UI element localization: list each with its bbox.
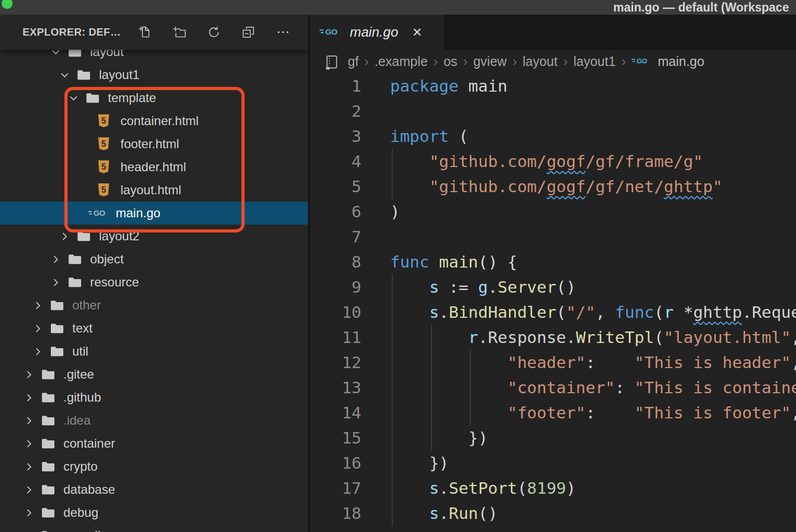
chevron-down-icon[interactable] (68, 92, 86, 104)
tab-bar: GO main.go ✕ (310, 15, 796, 50)
chevron-right-icon[interactable] (50, 253, 68, 265)
tree-item-layout2[interactable]: layout2 (0, 225, 308, 248)
traffic-light-green-button[interactable] (2, 0, 13, 9)
window-titlebar: main.go — default (Workspace (0, 0, 796, 15)
tab-main-go[interactable]: GO main.go ✕ (310, 15, 444, 50)
collapse-folders-button[interactable] (240, 24, 257, 41)
tree-item-label: layout2 (99, 229, 139, 243)
tree-item-layout1[interactable]: layout1 (0, 63, 308, 86)
chevron-right-icon[interactable] (32, 345, 50, 358)
tree-item-main.go[interactable]: GOmain.go (0, 202, 308, 225)
code-line: 17 s.SetPort(8199) (310, 475, 796, 501)
tree-item-object[interactable]: object (0, 248, 308, 271)
tree-item-label: encoding (63, 528, 114, 532)
code-text: "github.com/gogf/gf/frame/g" (390, 149, 703, 174)
breadcrumb-item-gf[interactable]: gf (348, 54, 359, 69)
chevron-right-icon[interactable] (50, 276, 68, 289)
folder-icon (41, 392, 55, 403)
chevron-down-icon[interactable] (59, 69, 77, 81)
code-area[interactable]: 1package main23import (4 "github.com/gog… (310, 73, 796, 532)
line-number: 13 (310, 375, 361, 400)
breadcrumb-separator: › (622, 54, 626, 69)
tree-item-label: footer.html (120, 137, 179, 151)
code-line: 16 }) (310, 450, 796, 475)
folder-icon (86, 93, 100, 104)
tree-item-.gitee[interactable]: .gitee (0, 363, 308, 386)
tree-item-label: main.go (116, 206, 160, 220)
breadcrumb-item-.example[interactable]: .example (374, 54, 427, 69)
tree-item-container.html[interactable]: 5container.html (0, 109, 308, 132)
tree-item-label: template (108, 91, 156, 105)
tree-item-layout.html[interactable]: 5layout.html (0, 179, 308, 202)
breadcrumb-item-main.go[interactable]: main.go (658, 54, 704, 69)
breadcrumb-separator: › (513, 54, 517, 69)
editor-group: GO main.go ✕ gf›.example›os›gview›layout… (308, 15, 796, 532)
tree-item-resource[interactable]: resource (0, 271, 308, 294)
code-line: 7 (310, 224, 796, 249)
line-number: 4 (310, 149, 361, 174)
refresh-explorer-button[interactable] (206, 24, 223, 41)
tree-item-label: text (72, 321, 93, 336)
tab-close-icon[interactable]: ✕ (412, 25, 423, 40)
tree-item-text[interactable]: text (0, 317, 308, 340)
new-file-button[interactable] (137, 24, 153, 41)
tree-item-.github[interactable]: .github (0, 386, 308, 409)
folder-icon (41, 530, 55, 532)
tree-item-debug[interactable]: debug (0, 501, 308, 524)
chevron-right-icon[interactable] (24, 483, 41, 496)
line-number: 6 (310, 199, 361, 224)
breadcrumb-item-gview[interactable]: gview (473, 54, 507, 69)
chevron-right-icon[interactable] (24, 414, 41, 427)
new-file-icon (138, 25, 152, 39)
chevron-right-icon[interactable] (24, 368, 41, 381)
more-actions-button[interactable] (275, 24, 292, 41)
line-number: 19 (310, 526, 361, 532)
code-line: 2 (310, 98, 796, 124)
chevron-right-icon[interactable] (32, 322, 50, 335)
refresh-icon (207, 25, 221, 39)
go-file-icon: GO (88, 207, 111, 218)
tree-item-header.html[interactable]: 5header.html (0, 156, 308, 179)
code-line: 10 s.BindHandler("/", func(r *ghttp.Requ… (310, 300, 796, 325)
tree-item-crypto[interactable]: crypto (0, 455, 308, 478)
tree-item-label: resource (90, 275, 139, 290)
line-number: 10 (310, 300, 361, 325)
chevron-right-icon[interactable] (24, 506, 41, 519)
html5-file-icon: 5 (97, 137, 110, 151)
breadcrumb-item-os[interactable]: os (444, 54, 457, 69)
tree-item-database[interactable]: database (0, 478, 308, 501)
line-number: 17 (310, 475, 361, 501)
line-number: 12 (310, 350, 361, 375)
tree-item-other[interactable]: other (0, 294, 308, 317)
go-file-icon: GO (319, 26, 344, 39)
chevron-right-icon[interactable] (59, 230, 77, 242)
folder-icon (41, 438, 55, 449)
new-folder-icon (172, 25, 186, 39)
tree-item-util[interactable]: util (0, 340, 308, 363)
tree-item-.idea[interactable]: .idea (0, 409, 308, 432)
code-line: 15 }) (310, 425, 796, 450)
explorer-header: EXPLORER: DEF… (0, 15, 308, 50)
chevron-right-icon[interactable] (24, 391, 41, 404)
chevron-right-icon[interactable] (24, 460, 41, 473)
new-folder-button[interactable] (171, 24, 188, 41)
tree-item-footer.html[interactable]: 5footer.html (0, 132, 308, 156)
code-text: s := g.Server() (390, 274, 576, 300)
tree-item-encoding[interactable]: encoding (0, 524, 308, 532)
tree-item-label: .idea (63, 413, 91, 428)
breadcrumb-separator: › (563, 54, 568, 69)
svg-text:GO: GO (325, 27, 338, 36)
explorer-actions (137, 24, 292, 41)
chevron-right-icon[interactable] (24, 437, 41, 450)
chevron-right-icon[interactable] (24, 529, 41, 532)
tree-item-template[interactable]: template (0, 86, 308, 109)
code-line: 3import ( (310, 124, 796, 149)
breadcrumb-item-layout1[interactable]: layout1 (573, 54, 616, 69)
chevron-right-icon[interactable] (32, 299, 50, 312)
code-text: "container": "This is container", (390, 375, 796, 400)
breadcrumb-item-layout[interactable]: layout (523, 54, 558, 69)
tree-item-container[interactable]: container (0, 432, 308, 455)
tree-item-label: crypto (63, 459, 97, 474)
code-line: 12 "header": "This is header", (310, 350, 796, 375)
breadcrumb-separator: › (463, 54, 467, 69)
